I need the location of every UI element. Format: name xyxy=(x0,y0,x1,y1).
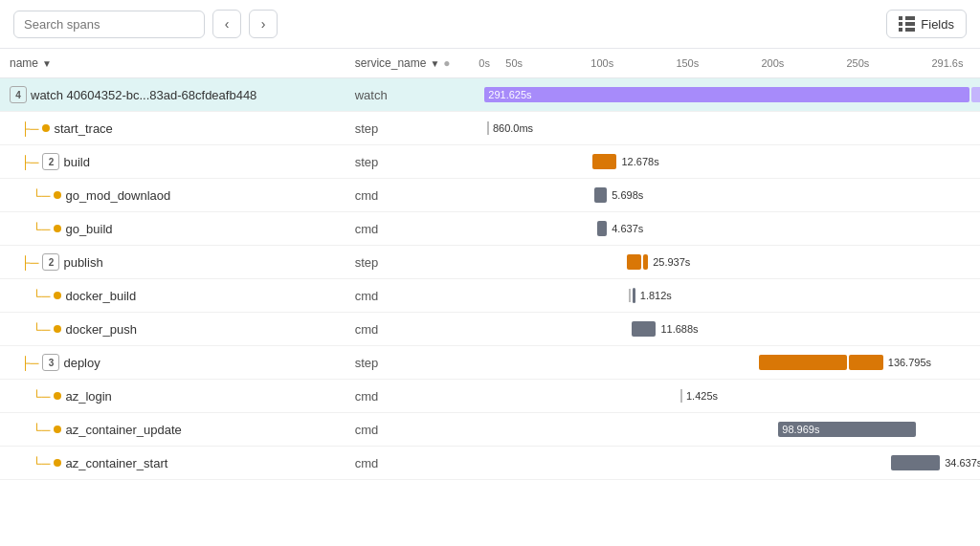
span-name: watch 40604352-bc...83ad-68cfdeafb448 xyxy=(31,88,256,102)
gantt-bar: 98.969s xyxy=(778,422,915,437)
gantt-label: 136.795s xyxy=(888,357,931,368)
gantt-label: 12.678s xyxy=(621,156,658,167)
name-col-label: name xyxy=(10,56,38,70)
table-container: name ▼ service_name ▼ ● 0s 50s 100s xyxy=(0,49,980,480)
gantt-cell: 4.637s xyxy=(479,212,980,246)
gantt-label: 1.425s xyxy=(686,390,718,402)
gantt-cell: 136.795s xyxy=(479,346,980,380)
gantt-cell: 11.688s xyxy=(479,313,980,346)
gantt-cell: 98.969s xyxy=(479,413,980,447)
tree-connector: └─ xyxy=(33,423,50,437)
table-row[interactable]: 4watch 40604352-bc...83ad-68cfdeafb448wa… xyxy=(0,78,980,112)
name-cell: ├─2publish xyxy=(0,246,345,279)
span-badge: 4 xyxy=(10,86,27,103)
gantt-cell: 34.637s xyxy=(479,447,980,480)
name-cell: └─docker_build xyxy=(0,279,345,313)
name-cell: ├─2build xyxy=(0,145,345,179)
service-cell: cmd xyxy=(345,380,479,413)
span-dot xyxy=(54,459,61,467)
span-name: az_container_update xyxy=(65,423,181,437)
gantt-label: 25.937s xyxy=(653,256,690,268)
name-cell: ├─start_trace xyxy=(0,112,345,145)
service-col-label: service_name xyxy=(355,56,427,70)
span-name: start_trace xyxy=(54,121,112,136)
gantt-tick xyxy=(680,389,682,403)
span-dot xyxy=(54,292,61,299)
span-dot xyxy=(54,225,61,232)
span-name: publish xyxy=(63,255,102,270)
gantt-bar: 291.625s xyxy=(484,87,969,102)
tree-connector: ├─ xyxy=(21,255,38,270)
search-input[interactable] xyxy=(24,17,194,32)
gantt-cell: 12.678s xyxy=(479,145,980,179)
service-cell: step xyxy=(345,246,479,279)
service-cell: cmd xyxy=(345,179,479,212)
service-sort-icon[interactable]: ▼ xyxy=(430,58,439,69)
fields-button[interactable]: Fields xyxy=(886,10,967,38)
gantt-label: 5.698s xyxy=(612,189,643,201)
name-cell: └─az_container_update xyxy=(0,413,345,447)
name-cell: └─az_container_start xyxy=(0,447,345,480)
span-dot xyxy=(54,426,61,433)
tick-200s: 200s xyxy=(761,57,846,69)
gantt-bar-primary xyxy=(759,355,847,370)
tick-291s: 291.6s xyxy=(931,57,963,69)
span-name: build xyxy=(63,155,89,169)
col-service-header[interactable]: service_name ▼ ● xyxy=(345,49,479,78)
toolbar: ‹ › Fields xyxy=(0,0,980,49)
gantt-cell: 25.937s xyxy=(479,246,980,279)
tree-connector: └─ xyxy=(33,188,50,203)
tree-connector: ├─ xyxy=(21,155,38,169)
tick-100s: 100s xyxy=(590,57,676,69)
table-row[interactable]: ├─3deploystep136.795s xyxy=(0,346,980,380)
table-row[interactable]: ├─2publishstep25.937s xyxy=(0,246,980,279)
tree-connector: └─ xyxy=(33,389,50,404)
gantt-bar-secondary xyxy=(849,355,883,370)
gantt-cell: 1.425s xyxy=(479,380,980,413)
fields-label: Fields xyxy=(921,17,954,32)
table-header: name ▼ service_name ▼ ● 0s 50s 100s xyxy=(0,49,980,78)
gantt-bar xyxy=(592,154,617,169)
table-row[interactable]: └─az_container_startcmd34.637s xyxy=(0,447,980,480)
service-cell: cmd xyxy=(345,413,479,447)
service-filter-icon[interactable]: ● xyxy=(443,56,450,70)
table-row[interactable]: ├─2buildstep12.678s xyxy=(0,145,980,179)
tick-150s: 150s xyxy=(676,57,761,69)
table-row[interactable]: └─go_mod_downlaodcmd5.698s xyxy=(0,179,980,212)
table-row[interactable]: └─az_logincmd1.425s xyxy=(0,380,980,413)
span-name: go_build xyxy=(65,222,112,236)
gantt-bar xyxy=(597,221,607,236)
gantt-label: 860.0ms xyxy=(493,122,533,134)
gantt-label: 1.812s xyxy=(640,290,672,301)
tree-connector: └─ xyxy=(33,456,50,470)
name-sort-icon[interactable]: ▼ xyxy=(42,58,52,69)
prev-button[interactable]: ‹ xyxy=(212,10,241,38)
table-row[interactable]: └─go_buildcmd4.637s xyxy=(0,212,980,246)
table-row[interactable]: └─az_container_updatecmd98.969s xyxy=(0,413,980,447)
service-cell: step xyxy=(345,346,479,380)
service-cell: cmd xyxy=(345,279,479,313)
col-name-header[interactable]: name ▼ xyxy=(0,49,345,78)
gantt-bar-primary xyxy=(627,254,641,270)
gantt-cell: 1.812s xyxy=(479,279,980,313)
gantt-bar xyxy=(891,455,940,470)
gantt-cell: 291.625s xyxy=(479,78,980,112)
gantt-tick xyxy=(629,289,631,302)
span-name: go_mod_downlaod xyxy=(65,188,170,203)
tick-250s: 250s xyxy=(846,57,931,69)
service-cell: cmd xyxy=(345,212,479,246)
table-row[interactable]: └─docker_buildcmd1.812s xyxy=(0,279,980,313)
table-row[interactable]: ├─start_tracestep860.0ms xyxy=(0,112,980,145)
span-badge: 3 xyxy=(42,354,59,371)
next-button[interactable]: › xyxy=(249,10,278,38)
span-name: docker_build xyxy=(65,289,136,303)
span-name: az_container_start xyxy=(65,456,167,470)
table-row[interactable]: └─docker_pushcmd11.688s xyxy=(0,313,980,346)
span-name: deploy xyxy=(63,356,100,370)
name-cell: └─az_login xyxy=(0,380,345,413)
name-cell: └─go_mod_downlaod xyxy=(0,179,345,212)
fields-icon xyxy=(899,16,915,32)
name-cell: └─docker_push xyxy=(0,313,345,346)
span-dot xyxy=(42,124,50,132)
gantt-bar xyxy=(594,187,607,203)
